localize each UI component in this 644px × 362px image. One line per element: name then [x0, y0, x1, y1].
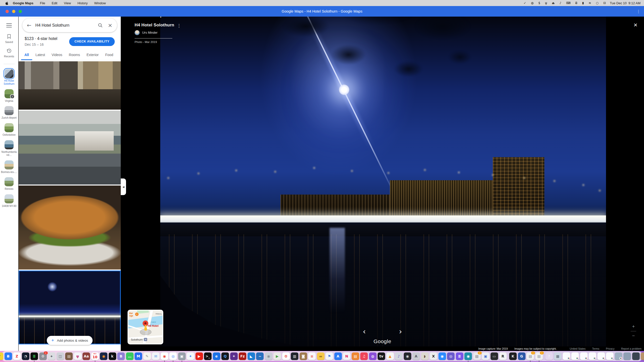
printer-utility[interactable]: ▤ ! [473, 352, 481, 360]
preview[interactable]: ▣ [178, 352, 186, 360]
google-maps[interactable]: ◉ [161, 352, 168, 360]
home-app[interactable]: G [518, 352, 526, 360]
notes[interactable]: ✎ [143, 352, 151, 360]
rail-place-item[interactable]: 2 Virginia [0, 89, 18, 103]
menubar-menu-item[interactable]: File [40, 1, 45, 5]
contacts[interactable]: ◙ [300, 352, 307, 360]
add-photos-button[interactable]: + Add photos & videos [47, 336, 93, 345]
transit-maps[interactable]: ⚑ [326, 352, 333, 360]
kindle[interactable]: k [109, 352, 116, 360]
search-icon[interactable] [98, 23, 103, 28]
photo-thumbnail[interactable] [19, 270, 121, 344]
messenger[interactable]: M [135, 352, 142, 360]
openoffice[interactable]: ~ [256, 352, 264, 360]
reminders[interactable]: ≡ [308, 352, 316, 360]
sidebar-item-recents[interactable]: Recents [4, 48, 14, 58]
photo-tab[interactable]: All [21, 50, 32, 60]
ostia[interactable]: ✶ [230, 352, 238, 360]
photo-tab[interactable]: Food [102, 50, 116, 60]
music[interactable]: ♫ [360, 352, 368, 360]
photos[interactable]: ✿ [282, 352, 290, 360]
menubar-clock[interactable]: Tue Dec 10 9:12 AM [610, 1, 640, 5]
chrome-doc-1[interactable] [563, 352, 570, 360]
audio-levels[interactable]: ≣ [30, 352, 38, 360]
rail-place-item[interactable]: Rennes [0, 177, 18, 191]
window-thumb-1[interactable] [615, 352, 622, 360]
chrome-doc-3[interactable] [580, 352, 588, 360]
zoom-in-button[interactable]: + [632, 324, 635, 329]
sheet-music[interactable]: ♪ [395, 352, 403, 360]
printer-a[interactable]: ▤ ! [527, 352, 534, 360]
stickies[interactable]: ▬ [317, 352, 325, 360]
safari[interactable]: ✦ [187, 352, 194, 360]
search-input[interactable]: H4 Hotel Solothurn [35, 23, 98, 28]
menubar-menu-item[interactable]: Edit [52, 1, 57, 5]
screen-time-icon[interactable]: ✓ [524, 1, 526, 5]
vinyl-player[interactable]: ◉ [404, 352, 411, 360]
calendar[interactable]: DEC 10 [91, 352, 99, 360]
rail-place-item[interactable]: 14408 NY-90 [0, 194, 18, 208]
chrome-doc-6[interactable] [606, 352, 614, 360]
divider-2[interactable] [544, 352, 544, 360]
chrome-doc-5[interactable] [597, 352, 605, 360]
bluetooth-icon[interactable]: Ƀ [575, 1, 577, 5]
menubar-menu-item[interactable]: View [64, 1, 71, 5]
menu-hamburger-icon[interactable] [6, 22, 12, 29]
collapse-panel-handle[interactable]: ◀ [121, 178, 126, 195]
back-arrow-icon[interactable]: ← [27, 22, 31, 28]
voice-memos[interactable]: ≣ [456, 352, 463, 360]
window-thumb-2[interactable] [623, 352, 631, 360]
xquartz[interactable]: X [430, 352, 437, 360]
media-app-icon[interactable]: ◍ [531, 1, 534, 5]
gimp[interactable]: ◗ [421, 352, 429, 360]
zoom[interactable]: ◉ [438, 352, 446, 360]
font-book[interactable]: A [412, 352, 420, 360]
webcam-app[interactable]: ◉ [464, 352, 472, 360]
previous-photo-arrow[interactable]: ‹ [363, 328, 366, 335]
youtube[interactable]: ▶ [195, 352, 203, 360]
books[interactable]: ▤ [352, 352, 359, 360]
menubar-menu-item[interactable]: History [77, 1, 88, 5]
piano[interactable]: ▥ [291, 352, 298, 360]
chrome[interactable]: ◎ [169, 352, 177, 360]
vlc[interactable]: ▲ [386, 352, 394, 360]
archive-utility[interactable]: ▤ [65, 352, 73, 360]
obs[interactable]: ◎ [447, 352, 455, 360]
spotlight-icon[interactable]: ○ [596, 1, 598, 5]
system-settings[interactable]: ⚙ 1 [39, 352, 47, 360]
app-store[interactable]: A [334, 352, 342, 360]
media-converter[interactable]: ▶ [273, 352, 281, 360]
prefs-stack[interactable]: ▦ [554, 352, 561, 360]
photo-tab[interactable]: Rooms [66, 50, 83, 60]
eject-icon[interactable]: ⏏ [552, 1, 555, 5]
clear-search-icon[interactable]: × [108, 22, 112, 28]
disk-utility[interactable]: ◫ [57, 352, 64, 360]
print-center[interactable]: ▣ [482, 352, 489, 360]
mini-map[interactable]: Barnge Y Ritterq Aare H4 Hotel Solothurn… [128, 310, 163, 344]
apple-tv[interactable]: tv [378, 352, 385, 360]
rail-place-item[interactable]: H4 Hotel Solothurn [0, 69, 18, 85]
mail[interactable]: ✉ [152, 352, 159, 360]
footer-link[interactable]: Report a problem [621, 347, 641, 350]
terminal[interactable]: >_ [204, 352, 212, 360]
photo-thumbnail[interactable] [19, 186, 121, 269]
viewer-author-row[interactable]: Urs Minder [135, 30, 174, 35]
chrome-doc-4[interactable] [589, 352, 596, 360]
footer-link[interactable]: Terms [592, 347, 599, 350]
keychain[interactable]: K [509, 352, 517, 360]
next-photo-arrow[interactable]: › [399, 328, 402, 335]
zite[interactable]: Z [13, 352, 21, 360]
filezilla[interactable]: Fz [239, 352, 246, 360]
finance-icon[interactable]: $ [538, 1, 540, 5]
speedtest[interactable]: ◔ [22, 352, 29, 360]
window-thumb-3[interactable] [632, 352, 640, 360]
footer-link[interactable]: Privacy [606, 347, 614, 350]
wifi-icon[interactable]: ≋ [589, 1, 591, 5]
window-thumb-4[interactable] [641, 352, 644, 360]
bluetooth-exchange[interactable]: Ƀ [5, 352, 12, 360]
printer-b[interactable]: ▤ ! [535, 352, 543, 360]
window-more-icon[interactable]: ⋮ [636, 9, 640, 14]
firefox[interactable]: ◉ [100, 352, 107, 360]
rail-place-item[interactable]: Zurich Airport [0, 106, 18, 119]
photo-tab[interactable]: Videos [48, 50, 66, 60]
